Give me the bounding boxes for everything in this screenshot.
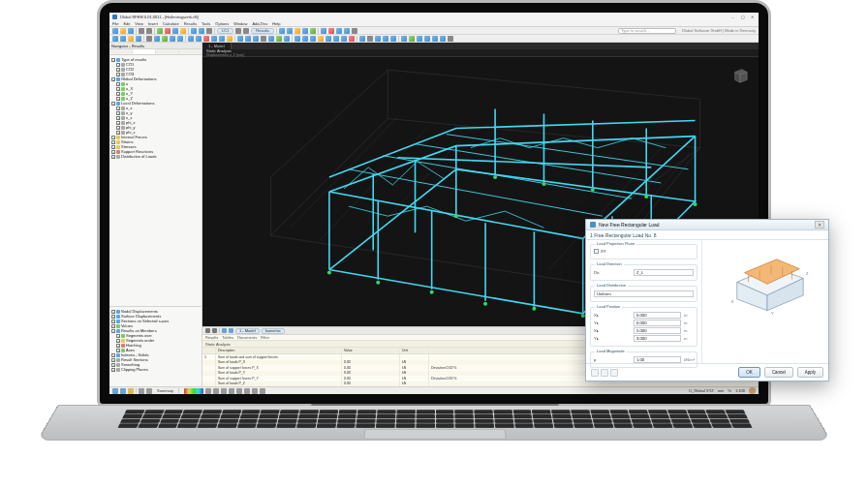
tb-open-icon[interactable] <box>120 28 126 34</box>
y2-input[interactable]: 3.000 <box>634 335 681 342</box>
menu-window[interactable]: Window <box>233 21 247 26</box>
tb-icon[interactable] <box>326 36 331 42</box>
tb-icon[interactable] <box>128 36 134 42</box>
tb-icon[interactable] <box>383 36 388 42</box>
tb-save-icon[interactable] <box>128 28 134 34</box>
tb-icon[interactable] <box>170 36 175 42</box>
tb-icon[interactable] <box>180 28 186 34</box>
tb-icon[interactable] <box>302 28 308 34</box>
tb-redo-icon[interactable] <box>146 28 152 34</box>
tb-icon[interactable] <box>165 28 170 34</box>
tb-icon[interactable] <box>344 28 350 34</box>
menu-addons[interactable]: Add-Ons <box>252 21 267 26</box>
tb-icon[interactable] <box>211 36 217 42</box>
tb-icon[interactable] <box>279 28 285 34</box>
tb-icon[interactable] <box>154 36 160 42</box>
menu-bar[interactable]: File Edit View Insert Calculate Results … <box>109 20 759 27</box>
tree-item[interactable]: Clipping Planes <box>111 367 200 372</box>
tb-icon[interactable] <box>432 36 438 42</box>
p-input[interactable]: 1.00 <box>634 356 681 363</box>
tb-icon[interactable] <box>229 328 233 333</box>
tb-icon[interactable] <box>341 36 347 42</box>
x1-input[interactable]: 0.000 <box>634 312 681 319</box>
tb-icon[interactable] <box>120 36 126 42</box>
dp-tab-docs[interactable]: Documents <box>237 335 257 340</box>
tb-icon[interactable] <box>401 36 407 42</box>
tb-icon[interactable] <box>188 36 194 42</box>
sb-icon[interactable] <box>221 388 227 394</box>
tb-icon[interactable] <box>212 328 217 333</box>
tb-icon[interactable] <box>302 36 308 42</box>
search-input[interactable]: Type to search... <box>618 28 676 34</box>
tb-icon[interactable] <box>206 28 212 34</box>
cancel-button[interactable]: Cancel <box>764 367 793 378</box>
tb-icon[interactable] <box>349 36 355 42</box>
tb-icon[interactable] <box>112 36 118 42</box>
sb-icon[interactable] <box>252 388 258 394</box>
tb-icon[interactable] <box>424 36 430 42</box>
tb-icon[interactable] <box>222 328 227 333</box>
vp-tab2[interactable]: 1 - Model <box>235 328 260 334</box>
sb-icon[interactable] <box>128 388 134 394</box>
min-button[interactable]: – <box>729 14 736 19</box>
y1-input[interactable]: 0.000 <box>634 320 681 326</box>
tb-icon[interactable] <box>333 36 339 42</box>
sb-icon[interactable] <box>112 388 118 394</box>
dp-tab-tables[interactable]: Tables <box>222 335 233 340</box>
tb-icon[interactable] <box>294 36 300 42</box>
tb-icon[interactable] <box>310 28 316 34</box>
tb-icon[interactable] <box>219 36 225 42</box>
apply-button[interactable]: Apply <box>797 367 823 378</box>
tb-icon[interactable] <box>245 36 251 42</box>
menu-edit[interactable]: Edit <box>123 21 130 26</box>
x2-input[interactable]: 5.000 <box>634 327 681 334</box>
sb-icon[interactable] <box>260 388 265 394</box>
sb-icon[interactable] <box>244 388 250 394</box>
tb-icon[interactable] <box>328 28 334 34</box>
tb-icon[interactable] <box>287 28 293 34</box>
menu-view[interactable]: View <box>135 21 143 26</box>
menu-tools[interactable]: Tools <box>202 21 210 26</box>
sb-palette-icon[interactable] <box>184 388 203 394</box>
tb-icon[interactable] <box>310 36 316 42</box>
tb-icon[interactable] <box>261 36 266 42</box>
max-button[interactable]: ▢ <box>739 14 746 19</box>
tb-next-icon[interactable] <box>243 28 249 34</box>
sb-icon[interactable] <box>236 388 242 394</box>
toolbar-row-1[interactable]: LC1 Results Type to search... Dlubal Sof… <box>109 27 759 35</box>
tb-icon[interactable] <box>172 28 178 34</box>
dlg-tool-icon[interactable] <box>601 369 608 377</box>
dist-input[interactable]: Uniform <box>594 290 694 297</box>
tb-lc-pill[interactable]: LC1 <box>217 28 233 34</box>
sb-icon[interactable] <box>229 388 234 394</box>
tree-item[interactable]: Distribution of Loads <box>111 154 200 159</box>
menu-options[interactable]: Options <box>215 21 229 26</box>
tb-icon[interactable] <box>253 36 259 42</box>
dp-tab-filter[interactable]: Filter <box>261 335 269 340</box>
tb-icon[interactable] <box>440 36 446 42</box>
sb-icon[interactable] <box>146 388 152 394</box>
tb-icon[interactable] <box>205 328 210 333</box>
sb-icon[interactable] <box>213 388 219 394</box>
tb-icon[interactable] <box>294 28 300 34</box>
dp-tab-results[interactable]: Results <box>205 335 218 340</box>
tb-icon[interactable] <box>196 36 202 42</box>
tb-icon[interactable] <box>409 36 415 42</box>
toolbar-row-2[interactable] <box>109 35 759 43</box>
dialog-tab[interactable]: 1 Free Rectangular Load No. 8 <box>586 230 828 240</box>
tb-icon[interactable] <box>448 36 453 42</box>
dialog-close-icon[interactable]: ✕ <box>815 221 824 229</box>
sb-icon[interactable] <box>205 388 211 394</box>
sb-icon[interactable] <box>139 388 144 394</box>
tb-icon[interactable] <box>136 36 141 42</box>
sb-icon[interactable] <box>120 388 126 394</box>
tb-icon[interactable] <box>203 36 209 42</box>
tb-icon[interactable] <box>199 28 204 34</box>
menu-help[interactable]: Help <box>272 21 280 26</box>
menu-results[interactable]: Results <box>184 21 197 26</box>
tb-icon[interactable] <box>191 28 197 34</box>
orientation-cube[interactable] <box>728 63 753 88</box>
close-button[interactable]: ✕ <box>749 14 756 19</box>
tb-icon[interactable] <box>352 28 357 34</box>
tb-icon[interactable] <box>177 36 183 42</box>
